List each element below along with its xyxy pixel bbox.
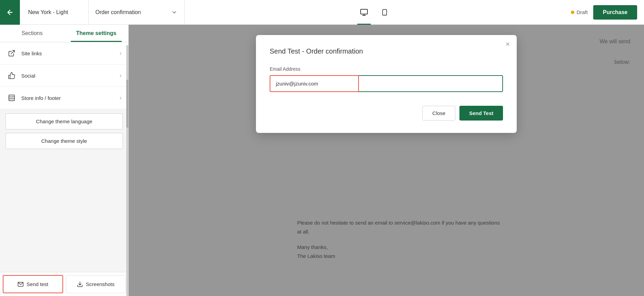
- site-links-label: Site links: [21, 50, 115, 56]
- sidebar-content: Site links › Social ›: [0, 42, 128, 272]
- svg-rect-6: [9, 95, 15, 101]
- sidebar-item-store-info[interactable]: Store info / footer ›: [0, 87, 128, 109]
- draft-dot: [571, 11, 574, 14]
- site-links-arrow: ›: [120, 50, 121, 56]
- preview-area: We will send below: Send Test - Order co…: [129, 25, 644, 296]
- template-dropdown[interactable]: Order confirmation: [89, 0, 185, 25]
- email-input-row: [270, 75, 503, 92]
- store-info-arrow: ›: [120, 95, 121, 101]
- sidebar-tabs: Sections Theme settings: [0, 25, 128, 42]
- draft-badge: Draft: [571, 9, 588, 15]
- change-style-button[interactable]: Change theme style: [5, 133, 123, 149]
- modal-close-x-button[interactable]: ×: [505, 41, 510, 48]
- svg-rect-3: [383, 9, 387, 15]
- sidebar-item-site-links[interactable]: Site links ›: [0, 42, 128, 65]
- template-dropdown-label: Order confirmation: [95, 9, 168, 15]
- social-label: Social: [21, 73, 115, 79]
- social-arrow: ›: [120, 72, 121, 79]
- change-language-button[interactable]: Change theme language: [5, 113, 123, 129]
- tab-sections[interactable]: Sections: [0, 25, 64, 42]
- scroll-thumb[interactable]: [126, 80, 128, 128]
- tab-theme-settings[interactable]: Theme settings: [64, 25, 128, 42]
- topbar: New York - Light Order confirmation Draf…: [0, 0, 644, 25]
- modal-send-button[interactable]: Send Test: [459, 106, 503, 121]
- mail-icon: [17, 281, 24, 287]
- main-layout: Sections Theme settings Site links ›: [0, 25, 644, 296]
- send-test-modal: Send Test - Order confirmation × Email A…: [256, 35, 517, 133]
- sidebar: Sections Theme settings Site links ›: [0, 25, 129, 296]
- send-test-button[interactable]: Send test: [3, 275, 63, 293]
- modal-close-button[interactable]: Close: [422, 106, 455, 121]
- back-button[interactable]: [0, 0, 20, 25]
- layout-icon: [7, 93, 16, 103]
- thumbs-up-icon: [7, 71, 16, 80]
- sidebar-buttons: Change theme language Change theme style: [0, 109, 128, 153]
- sidebar-item-social[interactable]: Social ›: [0, 65, 128, 87]
- email-input-right[interactable]: [359, 75, 503, 92]
- scroll-indicator: [126, 45, 128, 296]
- modal-title: Send Test - Order confirmation: [270, 47, 503, 55]
- svg-line-5: [11, 50, 14, 54]
- mobile-device-btn[interactable]: [377, 5, 392, 20]
- email-input-left[interactable]: [270, 75, 359, 92]
- screenshots-button[interactable]: Screenshots: [66, 275, 126, 293]
- device-switcher: [185, 0, 564, 25]
- external-link-icon: [7, 48, 16, 58]
- store-info-label: Store info / footer: [21, 95, 115, 101]
- desktop-device-btn[interactable]: [356, 5, 372, 20]
- app-title: New York - Light: [20, 0, 89, 25]
- topbar-right: Draft Purchase: [564, 5, 644, 20]
- modal-overlay: Send Test - Order confirmation × Email A…: [129, 25, 644, 296]
- svg-rect-0: [361, 9, 367, 14]
- download-icon: [77, 281, 83, 287]
- email-label: Email Address: [270, 66, 503, 72]
- purchase-button[interactable]: Purchase: [593, 5, 637, 20]
- modal-actions: Close Send Test: [270, 106, 503, 121]
- draft-label: Draft: [576, 9, 588, 15]
- sidebar-bottom-bar: Send test Screenshots: [0, 272, 128, 296]
